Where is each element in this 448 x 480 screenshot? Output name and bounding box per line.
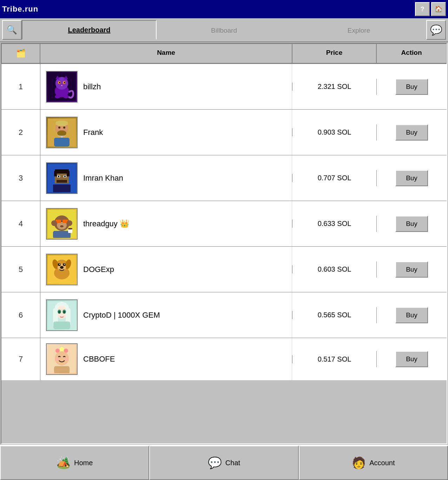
tab-leaderboard[interactable]: Leaderboard	[22, 20, 157, 40]
chat-bottom-button[interactable]: 💬 Chat	[149, 446, 298, 480]
user-name: CBBOFE	[83, 355, 115, 364]
account-bottom-label: Account	[369, 459, 395, 467]
svg-point-67	[60, 347, 64, 351]
price-cell: 2.321 SOL	[292, 83, 376, 91]
tab-explore[interactable]: Explore	[291, 21, 426, 40]
table-row: 7	[1, 338, 447, 380]
rank-cell: 3	[1, 174, 40, 183]
avatar	[46, 71, 78, 103]
buy-button[interactable]: Buy	[395, 307, 428, 323]
name-cell: CryptoD | 1000X GEM	[40, 292, 292, 338]
bottom-nav: 🏕️ Home 💬 Chat 🧑 Account	[0, 445, 448, 480]
price-cell: 0.565 SOL	[292, 311, 376, 319]
name-cell: billzh	[40, 64, 292, 109]
rank-cell: 2	[1, 128, 40, 137]
action-cell: Buy	[376, 170, 447, 186]
svg-point-70	[55, 357, 59, 361]
action-cell: Buy	[376, 79, 447, 95]
action-cell: Buy	[376, 124, 447, 141]
svg-point-53	[64, 264, 65, 265]
action-cell: Buy	[376, 307, 447, 323]
svg-point-17	[63, 127, 65, 129]
svg-rect-41	[53, 231, 71, 238]
user-name: DOGExp	[83, 265, 114, 274]
svg-point-54	[60, 266, 64, 269]
app-title: Tribe.run	[2, 5, 38, 14]
avatar	[46, 299, 78, 331]
table-row: 6	[1, 292, 447, 338]
price-cell: 0.633 SOL	[292, 220, 376, 228]
svg-point-14	[55, 121, 68, 126]
home-bottom-icon: 🏕️	[57, 456, 71, 469]
nav-tabs: Leaderboard Billboard Explore	[22, 20, 426, 40]
price-cell: 0.517 SOL	[292, 355, 376, 363]
svg-point-11	[63, 95, 69, 98]
buy-button[interactable]: Buy	[395, 170, 428, 186]
buy-button[interactable]: Buy	[395, 124, 428, 141]
svg-rect-18	[54, 138, 70, 147]
user-name: Frank	[83, 128, 103, 137]
chat-bottom-label: Chat	[225, 459, 240, 467]
svg-point-62	[58, 311, 60, 313]
name-cell: threadguy 👑	[40, 201, 292, 246]
user-name: billzh	[83, 82, 101, 91]
chat-icon: 💬	[430, 24, 442, 36]
avatar	[46, 208, 78, 240]
table-row: 1	[1, 64, 447, 110]
svg-point-63	[63, 311, 65, 313]
header-name: Name	[40, 44, 292, 63]
svg-point-52	[59, 264, 60, 265]
header-rank: 🗂️	[1, 44, 40, 63]
price-cell: 0.903 SOL	[292, 128, 376, 136]
tab-billboard[interactable]: Billboard	[157, 21, 291, 40]
user-name: threadguy 👑	[83, 219, 129, 228]
search-icon: 🔍	[7, 25, 17, 35]
price-cell: 0.603 SOL	[292, 265, 376, 273]
rank-cell: 5	[1, 265, 40, 274]
nav-bar: 🔍 Leaderboard Billboard Explore 💬	[0, 18, 448, 42]
avatar	[46, 117, 78, 148]
chat-nav-button[interactable]: 💬	[426, 20, 446, 40]
svg-rect-64	[53, 322, 70, 329]
price-cell: 0.707 SOL	[292, 174, 376, 182]
name-cell: Imran Khan	[40, 155, 292, 201]
svg-point-10	[55, 95, 60, 98]
help-button[interactable]: ?	[415, 2, 430, 16]
action-cell: Buy	[376, 216, 447, 232]
buy-button[interactable]: Buy	[395, 216, 428, 232]
svg-rect-72	[54, 366, 70, 373]
svg-rect-28	[58, 176, 59, 177]
rank-cell: 6	[1, 311, 40, 320]
avatar	[46, 254, 78, 285]
table-row: 3	[1, 155, 447, 201]
home-bottom-button[interactable]: 🏕️ Home	[0, 446, 149, 480]
svg-rect-24	[54, 171, 57, 176]
avatar	[46, 343, 78, 375]
header-action: Action	[376, 44, 447, 63]
name-cell: DOGExp	[40, 247, 292, 292]
svg-point-38	[51, 220, 57, 226]
home-bottom-label: Home	[74, 459, 93, 467]
svg-point-40	[60, 225, 64, 227]
account-bottom-button[interactable]: 🧑 Account	[299, 446, 448, 480]
title-bar: Tribe.run ? 🏠	[0, 0, 448, 18]
svg-rect-31	[53, 184, 71, 192]
action-cell: Buy	[376, 351, 447, 367]
rank-sort-icon: 🗂️	[16, 49, 26, 58]
buy-button[interactable]: Buy	[395, 351, 428, 367]
account-bottom-icon: 🧑	[352, 456, 366, 469]
action-cell: Buy	[376, 261, 447, 278]
buy-button[interactable]: Buy	[395, 261, 428, 278]
home-window-button[interactable]: 🏠	[431, 2, 446, 16]
user-name: Imran Khan	[83, 174, 123, 183]
svg-point-15	[57, 130, 66, 136]
search-button[interactable]: 🔍	[2, 20, 22, 40]
svg-point-16	[58, 127, 60, 129]
header-price: Price	[292, 44, 376, 63]
buy-button[interactable]: Buy	[395, 79, 428, 95]
svg-rect-43	[68, 228, 72, 229]
chat-bottom-icon: 💬	[208, 456, 222, 469]
svg-point-71	[65, 357, 68, 361]
table-body: 1	[1, 64, 447, 443]
svg-point-39	[67, 220, 72, 226]
